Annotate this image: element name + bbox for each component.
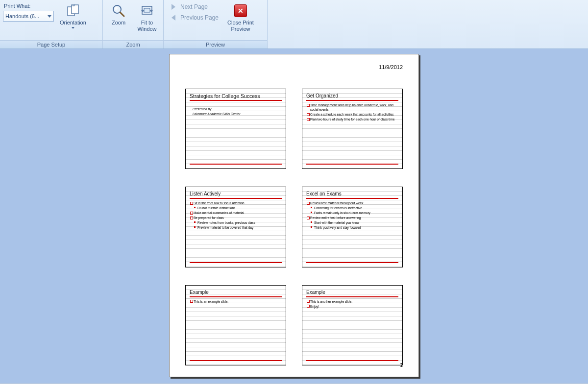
slide-footer-line bbox=[306, 262, 398, 263]
slide-bullets: Sit in the front row to focus attentionD… bbox=[190, 201, 282, 230]
slide-thumbnail: ExampleThis is an example slide. bbox=[185, 285, 286, 365]
slide-thumbnail: Get OrganizedTime management skills help… bbox=[302, 89, 403, 169]
svg-rect-6 bbox=[144, 8, 150, 12]
next-page-icon bbox=[170, 3, 177, 11]
orientation-label: Orientation bbox=[60, 20, 86, 26]
slide-bullets: Time management skills help balance acad… bbox=[306, 103, 398, 121]
slide-bullet: Facts remain only in short-term memory bbox=[306, 211, 398, 215]
slide-subtitle: Presented byLakemore Academic Skills Cen… bbox=[190, 107, 282, 117]
slide-title: Example bbox=[190, 290, 282, 295]
slide-bullet: Start with the material you know bbox=[306, 220, 398, 225]
slide-bullet: Cramming for exams is ineffective bbox=[306, 206, 398, 210]
slide-bullet: Be prepared for class bbox=[190, 216, 282, 220]
print-what-value: Handouts (6... bbox=[5, 13, 39, 19]
slide-thumbnail: Excel on ExamsReview test material throu… bbox=[302, 187, 403, 267]
slide-bullet: Plan two hours of study time for each on… bbox=[306, 117, 398, 121]
svg-rect-1 bbox=[72, 5, 78, 14]
zoom-icon bbox=[111, 3, 126, 19]
slide-footer-line bbox=[306, 164, 398, 165]
slide-title-underline bbox=[190, 296, 282, 297]
svg-point-3 bbox=[115, 7, 118, 10]
close-print-preview-button[interactable]: Close Print Preview bbox=[224, 1, 257, 33]
slide-title: Get Organized bbox=[306, 93, 398, 99]
next-page-button[interactable]: Next Page bbox=[167, 2, 221, 12]
slide-bullets: This is another example slide.Enjoy! bbox=[306, 299, 398, 309]
slides-grid: Strategies for College SuccessPresented … bbox=[185, 89, 403, 365]
orientation-icon bbox=[65, 3, 81, 19]
group-label-page-setup: Page Setup bbox=[0, 40, 102, 48]
page-date: 11/9/2012 bbox=[379, 64, 403, 70]
slide-bullet: This is an example slide. bbox=[190, 299, 282, 304]
slide-title: Excel on Exams bbox=[306, 191, 398, 197]
close-print-preview-label: Close Print Preview bbox=[227, 20, 254, 32]
caret-down-icon bbox=[72, 27, 74, 29]
slide-bullets: This is an example slide. bbox=[190, 299, 282, 304]
zoom-label: Zoom bbox=[112, 20, 125, 26]
slide-bullet: Sit in the front row to focus attention bbox=[190, 201, 282, 205]
slide-footer-line bbox=[190, 360, 282, 361]
slide-bullet: Think positively and stay focused bbox=[306, 225, 398, 230]
previous-page-button[interactable]: Previous Page bbox=[167, 13, 221, 23]
slide-title: Listen Actively bbox=[190, 191, 282, 197]
slide-bullet: Do not tolerate distractions bbox=[190, 206, 282, 210]
slide-bullet: Make mental summaries of material bbox=[190, 211, 282, 215]
slide-title-underline bbox=[190, 198, 282, 199]
slide-title-underline bbox=[306, 198, 398, 199]
next-page-label: Next Page bbox=[180, 3, 208, 10]
previous-page-label: Previous Page bbox=[180, 14, 219, 21]
group-label-preview: Preview bbox=[164, 40, 267, 48]
slide-bullet: Enjoy! bbox=[306, 304, 398, 309]
close-icon bbox=[233, 3, 248, 19]
slide-bullet: Review entire test before answering bbox=[306, 216, 398, 220]
slide-title-underline bbox=[306, 100, 398, 101]
slide-bullet: Preview material to be covered that day bbox=[190, 225, 282, 230]
slide-footer-line bbox=[190, 164, 282, 165]
slide-title: Strategies for College Success bbox=[190, 93, 282, 99]
previous-page-icon bbox=[170, 14, 177, 22]
fit-to-window-icon bbox=[139, 3, 155, 19]
svg-line-4 bbox=[120, 12, 124, 16]
slide-bullets: Review test material throughout weekCram… bbox=[306, 201, 398, 230]
slide-title-underline bbox=[306, 296, 398, 297]
slide-bullet: Review test material throughout week bbox=[306, 201, 398, 205]
slide-bullet: Review notes from books, previous class bbox=[190, 220, 282, 225]
slide-footer-line bbox=[306, 360, 398, 361]
slide-footer-line bbox=[190, 262, 282, 263]
slide-bullet: This is another example slide. bbox=[306, 299, 398, 304]
caret-down-icon bbox=[48, 15, 51, 18]
print-what-dropdown[interactable]: Handouts (6... bbox=[3, 11, 54, 22]
print-what-label: Print What: bbox=[3, 2, 54, 9]
slide-bullet: Time management skills help balance acad… bbox=[306, 103, 398, 112]
slide-title: Example bbox=[306, 290, 398, 295]
zoom-button[interactable]: Zoom bbox=[106, 1, 131, 27]
slide-bullet: Create a schedule each week that account… bbox=[306, 112, 398, 117]
handout-page: 11/9/2012 1 Strategies for College Succe… bbox=[169, 54, 419, 377]
ribbon: Print What: Handouts (6... Orientation bbox=[0, 0, 588, 49]
orientation-button[interactable]: Orientation bbox=[57, 1, 89, 30]
slide-thumbnail: Listen ActivelySit in the front row to f… bbox=[185, 187, 286, 267]
slide-title-underline bbox=[190, 100, 282, 101]
slide-thumbnail: ExampleThis is another example slide.Enj… bbox=[302, 285, 403, 365]
preview-canvas[interactable]: 11/9/2012 1 Strategies for College Succe… bbox=[0, 49, 588, 383]
slide-thumbnail: Strategies for College SuccessPresented … bbox=[185, 89, 286, 169]
fit-to-window-label: Fit to Window bbox=[137, 20, 156, 32]
status-bar-edge bbox=[0, 383, 588, 386]
group-label-zoom: Zoom bbox=[103, 40, 163, 48]
fit-to-window-button[interactable]: Fit to Window bbox=[134, 1, 160, 33]
